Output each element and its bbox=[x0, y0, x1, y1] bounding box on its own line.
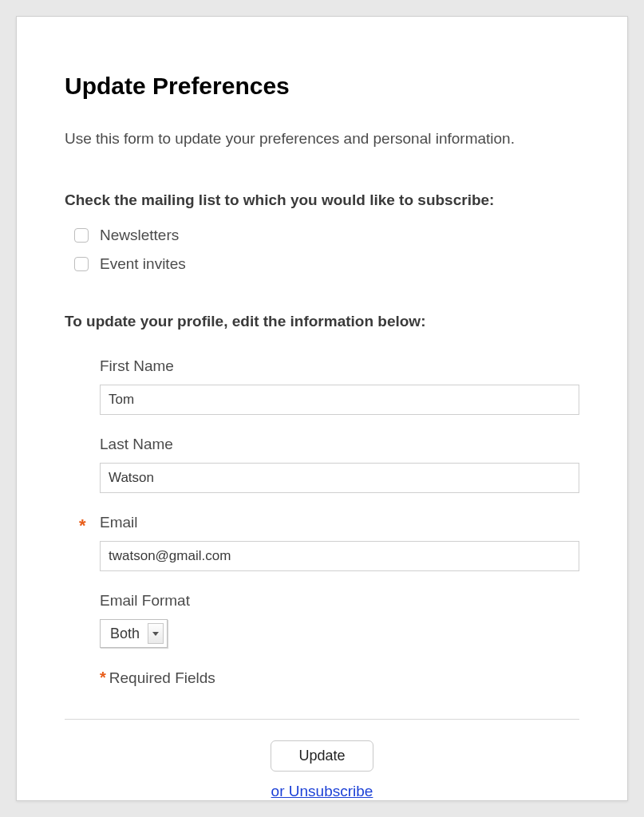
label-first-name: First Name bbox=[100, 357, 579, 375]
actions: Update or Unsubscribe bbox=[65, 740, 579, 800]
input-email[interactable] bbox=[100, 541, 579, 571]
chevron-down-icon bbox=[148, 623, 164, 644]
field-email-format: Email Format Both bbox=[100, 592, 579, 648]
mailing-option-event-invites[interactable]: Event invites bbox=[65, 255, 579, 273]
select-email-format[interactable]: Both bbox=[100, 619, 168, 648]
checkbox-newsletters[interactable] bbox=[74, 228, 89, 243]
unsubscribe-link[interactable]: or Unsubscribe bbox=[271, 783, 373, 800]
mailing-section: Check the mailing list to which you woul… bbox=[65, 191, 579, 273]
page-title: Update Preferences bbox=[65, 73, 579, 100]
label-email-format: Email Format bbox=[100, 592, 579, 610]
field-email: * Email bbox=[100, 514, 579, 571]
label-email: Email bbox=[100, 514, 579, 531]
update-button[interactable]: Update bbox=[271, 740, 373, 772]
select-email-format-value: Both bbox=[110, 626, 140, 642]
checkbox-event-invites[interactable] bbox=[74, 257, 89, 271]
input-first-name[interactable] bbox=[100, 385, 579, 415]
required-fields-note: *Required Fields bbox=[100, 669, 579, 687]
label-last-name: Last Name bbox=[100, 436, 579, 453]
intro-text: Use this form to update your preferences… bbox=[65, 130, 579, 148]
checkbox-label-newsletters: Newsletters bbox=[100, 227, 179, 244]
mailing-option-newsletters[interactable]: Newsletters bbox=[65, 227, 579, 244]
checkbox-label-event-invites: Event invites bbox=[100, 255, 186, 273]
mailing-heading: Check the mailing list to which you woul… bbox=[65, 191, 579, 209]
required-star-icon: * bbox=[100, 669, 106, 686]
form-fields: First Name Last Name * Email Email Forma… bbox=[65, 357, 579, 687]
profile-heading: To update your profile, edit the informa… bbox=[65, 313, 579, 330]
input-last-name[interactable] bbox=[100, 463, 579, 493]
required-fields-text: Required Fields bbox=[109, 669, 215, 686]
preferences-card: Update Preferences Use this form to upda… bbox=[16, 16, 628, 801]
field-last-name: Last Name bbox=[100, 436, 579, 493]
field-first-name: First Name bbox=[100, 357, 579, 415]
divider bbox=[65, 719, 579, 720]
profile-section: To update your profile, edit the informa… bbox=[65, 313, 579, 687]
required-star-icon: * bbox=[79, 515, 86, 536]
